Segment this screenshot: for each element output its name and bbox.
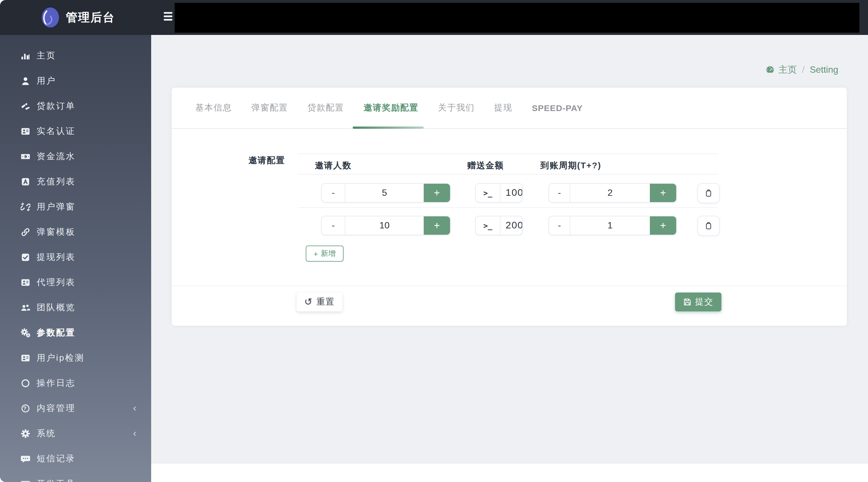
sidebar-item-popup-template[interactable]: 弹窗模板 bbox=[0, 219, 151, 245]
undo-icon: ↺ bbox=[304, 297, 313, 307]
redacted-area bbox=[175, 3, 860, 33]
column-header-arrival-period: 到账周期(T+?) bbox=[540, 160, 601, 171]
sidebar-item-label: 开发工具 bbox=[37, 478, 75, 482]
invite-count-increase-button[interactable]: + bbox=[424, 184, 450, 202]
sidebar-item-system[interactable]: 系统 ‹ bbox=[0, 421, 151, 446]
sidebar-item-label: 用户 bbox=[37, 75, 56, 86]
sidebar-item-dev-tools[interactable]: 开发工具 ‹ bbox=[0, 471, 151, 482]
invite-count-stepper: - 5 + bbox=[321, 183, 451, 203]
gauge-icon bbox=[765, 65, 774, 74]
sidebar-item-label: 提现列表 bbox=[37, 252, 75, 262]
sidebar-item-sms-records[interactable]: 短信记录 bbox=[0, 446, 151, 471]
check-square-icon bbox=[21, 252, 30, 262]
submit-button[interactable]: 提交 bbox=[675, 292, 721, 312]
sidebar-item-user-popup[interactable]: 用户弹窗 bbox=[0, 194, 151, 219]
sidebar-item-recharge-list[interactable]: 充值列表 bbox=[0, 169, 151, 194]
sidebar-item-label: 实名认证 bbox=[37, 126, 75, 136]
square-a-icon bbox=[21, 176, 30, 186]
hands-icon bbox=[21, 101, 30, 111]
svg-text:1: 1 bbox=[24, 155, 27, 158]
breadcrumb: 主页 / Setting bbox=[765, 64, 838, 75]
sidebar-item-label: 内容管理 bbox=[37, 403, 75, 414]
reset-label: 重置 bbox=[316, 296, 335, 308]
sidebar-item-agent-list[interactable]: 代理列表 bbox=[0, 269, 151, 295]
tab-basic-info[interactable]: 基本信息 bbox=[195, 102, 232, 114]
terminal-prompt-icon: >_ bbox=[476, 216, 500, 235]
sidebar-item-home[interactable]: 主页 bbox=[0, 43, 151, 68]
tab-loan-config[interactable]: 贷款配置 bbox=[307, 102, 344, 114]
tab-about-us[interactable]: 关于我们 bbox=[438, 102, 475, 114]
sidebar-item-label: 操作日志 bbox=[37, 378, 75, 388]
invite-count-input[interactable]: 5 bbox=[345, 184, 424, 202]
sidebar-item-loan-orders[interactable]: 贷款订单 bbox=[0, 93, 151, 119]
arrival-period-decrease-button[interactable]: - bbox=[549, 216, 570, 235]
sidebar-item-users[interactable]: 用户 bbox=[0, 68, 151, 93]
arrival-period-stepper: - 1 + bbox=[549, 216, 677, 235]
breadcrumb-current: Setting bbox=[810, 65, 838, 75]
settings-tabs: 基本信息 弹窗配置 贷款配置 邀请奖励配置 关于我们 提现 SPEED-PAY bbox=[172, 88, 847, 129]
sidebar-item-user-ip-check[interactable]: 用户ip检测 bbox=[0, 345, 151, 371]
arrival-period-decrease-button[interactable]: - bbox=[549, 184, 570, 202]
address-book-icon bbox=[21, 277, 30, 287]
svg-text:?: ? bbox=[23, 405, 28, 411]
delete-row-button[interactable] bbox=[698, 183, 720, 203]
sidebar-item-label: 参数配置 bbox=[37, 327, 75, 338]
sidebar-item-label: 主页 bbox=[37, 50, 56, 61]
bonus-amount-input[interactable]: 100 bbox=[500, 184, 522, 202]
save-icon bbox=[683, 298, 692, 306]
sidebar-item-operation-log[interactable]: 操作日志 bbox=[0, 371, 151, 395]
tab-speed-pay[interactable]: SPEED-PAY bbox=[532, 103, 583, 113]
table-border bbox=[298, 153, 718, 154]
chart-bar-icon bbox=[21, 51, 30, 60]
plus-icon: + bbox=[313, 249, 318, 258]
sidebar-item-withdraw-list[interactable]: 提现列表 bbox=[0, 245, 151, 269]
arrival-period-input[interactable]: 2 bbox=[570, 184, 650, 202]
sidebar-item-real-name-auth[interactable]: 实名认证 bbox=[0, 119, 151, 144]
question-circle-icon: ? bbox=[21, 403, 30, 413]
sidebar-item-content-management[interactable]: ? 内容管理 ‹ bbox=[0, 395, 151, 421]
sidebar-item-label: 代理列表 bbox=[37, 277, 75, 288]
trash-icon bbox=[704, 221, 713, 231]
tab-withdraw[interactable]: 提现 bbox=[494, 102, 513, 114]
add-row-button[interactable]: + 新增 bbox=[306, 246, 344, 262]
id-card-icon bbox=[21, 126, 30, 136]
sidebar-item-team-overview[interactable]: 团队概览 bbox=[0, 295, 151, 320]
delete-row-button[interactable] bbox=[698, 216, 720, 236]
invite-count-decrease-button[interactable]: - bbox=[322, 184, 345, 202]
sidebar-item-label: 资金流水 bbox=[37, 151, 75, 162]
sidebar-item-label: 用户ip检测 bbox=[37, 352, 85, 363]
tab-invite-reward-config[interactable]: 邀请奖励配置 bbox=[364, 102, 418, 114]
gear-icon bbox=[21, 428, 30, 438]
invite-count-input[interactable]: 10 bbox=[345, 216, 424, 235]
sidebar-item-label: 系统 bbox=[37, 428, 56, 439]
footer-divider bbox=[172, 286, 847, 286]
invite-count-increase-button[interactable]: + bbox=[424, 216, 450, 235]
bonus-amount-field: >_ 200 bbox=[475, 216, 523, 235]
chevron-left-icon: ‹ bbox=[133, 478, 136, 482]
link-icon bbox=[21, 227, 30, 237]
hamburger-menu-icon[interactable] bbox=[164, 12, 172, 21]
settings-card: 基本信息 弹窗配置 贷款配置 邀请奖励配置 关于我们 提现 SPEED-PAY … bbox=[172, 88, 847, 326]
invite-count-decrease-button[interactable]: - bbox=[322, 216, 345, 235]
keyboard-icon bbox=[21, 479, 30, 482]
add-row-label: 新增 bbox=[321, 249, 336, 259]
arrival-period-increase-button[interactable]: + bbox=[650, 216, 676, 235]
column-header-invite-count: 邀请人数 bbox=[315, 160, 351, 171]
comment-icon bbox=[21, 454, 30, 463]
app-window: 管理后台 主页 用户 贷款订单 bbox=[0, 0, 868, 482]
sidebar-item-label: 短信记录 bbox=[37, 453, 75, 464]
money-bill-icon: 1 bbox=[21, 152, 30, 161]
sidebar-item-param-config[interactable]: 参数配置 bbox=[0, 320, 151, 345]
breadcrumb-home-link[interactable]: 主页 bbox=[778, 64, 797, 76]
arrival-period-increase-button[interactable]: + bbox=[650, 184, 676, 202]
arrival-period-input[interactable]: 1 bbox=[570, 216, 650, 235]
reset-button[interactable]: ↺ 重置 bbox=[297, 292, 342, 312]
bonus-amount-input[interactable]: 200 bbox=[500, 216, 522, 235]
arrival-period-stepper: - 2 + bbox=[549, 183, 677, 203]
active-tab-underline bbox=[353, 127, 424, 129]
sidebar-item-fund-flow[interactable]: 1 资金流水 bbox=[0, 144, 151, 169]
sidebar-menu: 主页 用户 贷款订单 实名认证 bbox=[0, 35, 151, 482]
sidebar-item-label: 用户弹窗 bbox=[37, 201, 75, 212]
cogs-icon bbox=[21, 328, 30, 338]
tab-popup-config[interactable]: 弹窗配置 bbox=[251, 102, 288, 114]
